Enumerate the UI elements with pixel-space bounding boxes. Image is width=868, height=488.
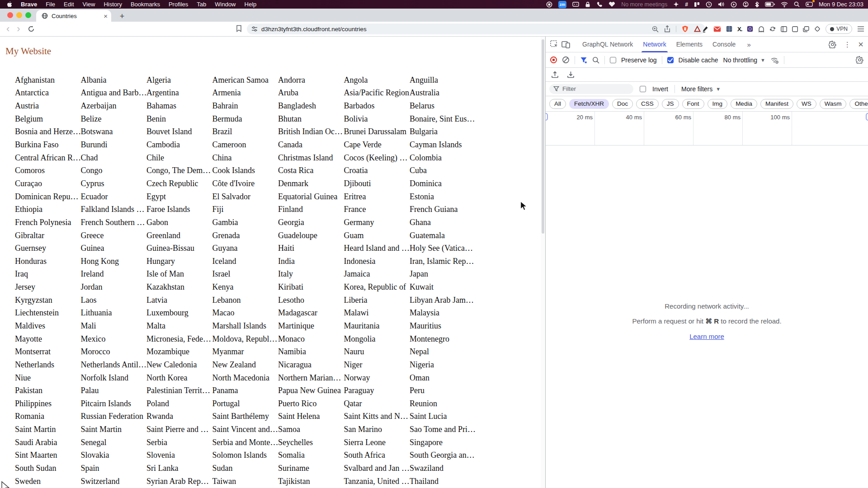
browser-menu-hamburger-icon[interactable]	[857, 26, 864, 32]
menubar-item-history[interactable]: History	[104, 1, 122, 8]
request-filter-fetch-xhr[interactable]: Fetch/XHR	[569, 99, 609, 109]
request-filter-img[interactable]: Img	[708, 99, 728, 109]
network-settings-gear-icon[interactable]	[856, 56, 863, 64]
filter-toggle-icon[interactable]	[580, 56, 587, 64]
network-overview-timeline[interactable]: 20 ms40 ms60 ms80 ms100 ms	[546, 112, 868, 145]
network-filter-input-wrap[interactable]	[549, 84, 633, 94]
menubar-item-window[interactable]: Window	[215, 1, 236, 8]
menubar-item-bookmarks[interactable]: Bookmarks	[131, 1, 160, 8]
invert-filter-label[interactable]: Invert	[652, 85, 668, 93]
request-filter-ws[interactable]: WS	[797, 99, 816, 109]
preserve-log-checkbox[interactable]	[610, 57, 616, 63]
throttling-dropdown[interactable]: No throttling ▼	[723, 56, 765, 64]
menubar-item-tab[interactable]: Tab	[197, 1, 206, 8]
mail-extension-icon[interactable]	[713, 26, 721, 32]
preserve-log-label[interactable]: Preserve log	[621, 56, 657, 64]
clock-app-icon[interactable]	[706, 1, 712, 8]
window-minimize-button[interactable]	[16, 12, 22, 18]
tab-countries[interactable]: Countries ×	[36, 10, 111, 22]
export-har-icon[interactable]	[567, 71, 575, 78]
timeline-left-handle[interactable]	[546, 113, 548, 121]
table-extension-icon[interactable]	[726, 26, 732, 32]
lock-status-icon[interactable]	[585, 1, 590, 8]
window-tiles-icon[interactable]	[694, 1, 700, 8]
bookmark-icon[interactable]	[236, 25, 242, 32]
menubar-clock[interactable]: Mon 9 Dec 23:03	[819, 1, 863, 8]
more-tabs-icon[interactable]: »	[743, 41, 755, 48]
heart-app-icon[interactable]	[609, 1, 615, 8]
window-extension-icon[interactable]	[792, 26, 798, 32]
wifi-icon[interactable]	[781, 1, 788, 8]
ghost-wallet-extension-icon[interactable]	[758, 26, 764, 33]
menubar-item-brave[interactable]: Brave	[21, 1, 37, 8]
menubar-item-help[interactable]: Help	[245, 1, 257, 8]
import-har-icon[interactable]	[551, 71, 559, 78]
keyboard-app-icon[interactable]	[572, 1, 579, 8]
zoom-app-icon[interactable]: zm	[558, 1, 567, 8]
request-filter-all[interactable]: All	[549, 99, 566, 109]
inspect-element-icon[interactable]	[550, 40, 559, 48]
request-filter-js[interactable]: JS	[662, 99, 679, 109]
zoom-page-icon[interactable]	[652, 26, 659, 33]
invert-filter-checkbox[interactable]	[640, 86, 646, 92]
highlighter-extension-icon[interactable]	[702, 26, 708, 33]
brave-vpn-button[interactable]: VPN	[826, 24, 852, 34]
record-network-log-button[interactable]	[550, 56, 557, 63]
devtools-tab-console[interactable]: Console	[708, 37, 741, 52]
devtools-tab-network[interactable]: Network	[638, 37, 671, 52]
devtools-tab-graphql-network[interactable]: GraphQL Network	[577, 37, 638, 52]
timeline-right-handle[interactable]	[866, 113, 868, 121]
window-zoom-button[interactable]	[25, 12, 31, 18]
disable-cache-label[interactable]: Disable cache	[679, 56, 718, 64]
flip-extension-icon[interactable]	[769, 26, 776, 32]
menubar-item-profiles[interactable]: Profiles	[169, 1, 188, 8]
request-filter-css[interactable]: CSS	[636, 99, 659, 109]
device-toolbar-icon[interactable]	[561, 41, 570, 48]
url-text[interactable]: d3hzn3tyfnt3th.cloudfront.net/countries	[261, 26, 367, 33]
sidebar-extension-icon[interactable]	[781, 26, 787, 32]
play-circle-icon[interactable]	[731, 1, 737, 8]
apple-menu-icon[interactable]	[6, 1, 12, 8]
forward-button[interactable]: ›	[17, 24, 20, 34]
brave-rewards-icon[interactable]	[694, 26, 701, 32]
reload-button[interactable]	[28, 25, 35, 33]
window-close-button[interactable]	[7, 12, 13, 18]
page-scrollbar[interactable]	[541, 37, 545, 488]
bluetooth-icon[interactable]	[755, 1, 759, 8]
share-icon[interactable]	[664, 25, 670, 33]
request-filter-doc[interactable]: Doc	[612, 99, 633, 109]
page-scrollbar-thumb[interactable]	[542, 39, 544, 234]
network-filter-input[interactable]	[562, 85, 621, 92]
network-conditions-icon[interactable]	[770, 56, 779, 64]
request-filter-manifest[interactable]: Manifest	[760, 99, 793, 109]
request-filter-font[interactable]: Font	[682, 99, 704, 109]
menubar-item-view[interactable]: View	[83, 1, 95, 8]
learn-more-link[interactable]: Learn more	[689, 333, 724, 340]
devtools-kebab-menu-icon[interactable]: ⋮	[844, 40, 851, 49]
more-filters-dropdown[interactable]: More filters ▼	[681, 85, 721, 93]
hash-app-icon[interactable]: #	[685, 1, 688, 8]
search-network-icon[interactable]	[592, 56, 599, 64]
meeting-status-text[interactable]: No more meetings	[621, 1, 667, 8]
battery-icon[interactable]	[765, 1, 775, 8]
control-center-icon[interactable]	[806, 1, 813, 8]
new-tab-button[interactable]: +	[117, 11, 127, 22]
screen-record-status-icon[interactable]	[546, 1, 552, 8]
request-filter-wasm[interactable]: Wasm	[820, 99, 847, 109]
request-filter-media[interactable]: Media	[731, 99, 757, 109]
purple-app-extension-icon[interactable]	[747, 26, 753, 32]
brave-shields-icon[interactable]	[682, 25, 689, 33]
pointer-app-icon[interactable]	[673, 1, 679, 8]
phone-app-icon[interactable]	[596, 1, 603, 8]
notification-bell-icon[interactable]	[743, 1, 749, 8]
x-extension-icon[interactable]: X.	[737, 26, 742, 33]
devtools-close-icon[interactable]: ×	[858, 40, 863, 49]
devtools-tab-elements[interactable]: Elements	[671, 37, 708, 52]
menubar-item-file[interactable]: File	[46, 1, 55, 8]
clear-network-log-icon[interactable]	[562, 56, 570, 64]
site-settings-tune-icon[interactable]	[251, 26, 258, 32]
back-button[interactable]: ‹	[6, 24, 9, 34]
tab-close-icon[interactable]: ×	[104, 13, 108, 19]
menubar-item-edit[interactable]: Edit	[64, 1, 74, 8]
request-filter-other[interactable]: Other	[849, 99, 868, 109]
